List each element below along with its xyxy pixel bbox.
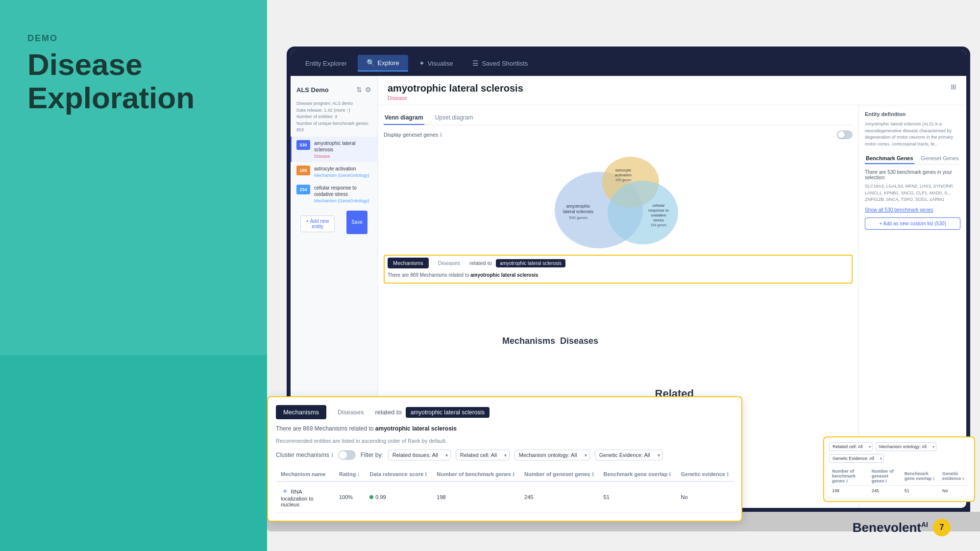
cellular-circle bbox=[608, 181, 678, 244]
sort-icon-rating[interactable]: ↓ bbox=[357, 472, 360, 477]
genetic-filter[interactable]: Genetic Evidence: All bbox=[595, 450, 663, 460]
astrocyte-label: astrocyte bbox=[615, 168, 631, 172]
entity-name-astrocyte: astrocyte activation bbox=[314, 166, 369, 172]
info-icon-relevance[interactable]: ℹ bbox=[425, 472, 427, 477]
related-to-inner: related to bbox=[469, 260, 492, 266]
entity-tag-inner: amyotrophic lateral sclerosis bbox=[496, 259, 565, 267]
venn-diagram-tab[interactable]: Venn diagram bbox=[384, 111, 424, 125]
col-benchmark-genes: Number of benchmark genes ℹ bbox=[432, 467, 519, 481]
show-all-link[interactable]: Show all 530 benchmark genes bbox=[865, 207, 960, 213]
info-line3: Number of entities: 3 bbox=[296, 114, 371, 120]
sidebar-title: ALS Demo bbox=[296, 86, 329, 94]
add-custom-list-button[interactable]: + Add as new custom list (530) bbox=[865, 217, 960, 230]
app-nav: Entity Explorer 🔍 Explore ✦ Visualise ☰ … bbox=[291, 50, 966, 76]
main-header: amyotrophic lateral sclerosis Disease ⊞ bbox=[378, 76, 966, 105]
bottom-callout-wrapper: Mechanisms Diseases related to amyotroph… bbox=[384, 255, 853, 284]
mini-data-table: Number of benchmark genes ℹ Number of ge… bbox=[829, 467, 969, 496]
cellular-label3: oxidative bbox=[651, 213, 666, 217]
explore-label: Explore bbox=[378, 59, 399, 67]
logo-badge: 7 bbox=[933, 519, 951, 536]
mini-row-genetic: No bbox=[939, 486, 969, 496]
info-icon-cluster: ℹ bbox=[331, 452, 333, 458]
entity-item-als[interactable]: 530 amyotrophic lateralsclerosis Disease bbox=[291, 137, 377, 162]
demo-label: DEMO bbox=[27, 33, 58, 44]
info-line2: Data release: 1.42 (more ↑) bbox=[296, 107, 371, 114]
info-icon-benchmark[interactable]: ℹ bbox=[513, 472, 514, 477]
save-button[interactable]: Save bbox=[346, 211, 368, 234]
geneset-genes-tab[interactable]: Geneset Genes bbox=[920, 153, 960, 164]
venn-diagram: amyotrophic lateral sclerosis 530 genes … bbox=[384, 144, 853, 252]
tissue-filter[interactable]: Related tissues: All bbox=[388, 450, 451, 460]
main-subtitle: Disease bbox=[388, 95, 523, 101]
tab-entity-explorer[interactable]: Entity Explorer bbox=[296, 56, 356, 71]
callout-box-inner: Mechanisms Diseases related to amyotroph… bbox=[384, 255, 853, 284]
mini-cell-filter[interactable]: Related cell: All bbox=[829, 442, 873, 451]
col-geneset-genes: Number of geneset genes ℹ bbox=[519, 467, 599, 481]
info-icon-geneset[interactable]: ℹ bbox=[592, 472, 594, 477]
diseases-tab-exp[interactable]: Diseases bbox=[330, 405, 371, 419]
recommended-note: Recommended entities are listed in ascen… bbox=[276, 438, 734, 444]
mini-table-overlay: Related cell: All Mechanism ontology: Al… bbox=[823, 436, 975, 502]
right-panel: Entity Explorer 🔍 Explore ✦ Visualise ☰ … bbox=[267, 0, 980, 551]
entity-item-astrocyte[interactable]: 155 astrocyte activation Mechanism (Gene… bbox=[291, 162, 377, 181]
sort-icon[interactable]: ⇅ bbox=[356, 86, 362, 94]
info-icon-genetic[interactable]: ℹ bbox=[727, 472, 729, 477]
mini-genetic-filter-wrapper: Genetic Evidence: All bbox=[829, 454, 884, 463]
mechanisms-tab-exp[interactable]: Mechanisms bbox=[276, 405, 326, 419]
entity-sub-cellular: Mechanism (GeneOntology) bbox=[314, 198, 369, 203]
cellular-label4: stress bbox=[653, 218, 663, 222]
tissue-filter-wrapper: Related tissues: All bbox=[388, 450, 451, 460]
ontology-filter[interactable]: Mechanism ontology: All bbox=[514, 450, 590, 460]
tab-explore[interactable]: 🔍 Explore bbox=[358, 55, 408, 72]
entity-name-cellular: cellular response tooxidative stress bbox=[314, 185, 369, 197]
exp-tabs: Mechanisms Diseases related to amyotroph… bbox=[276, 405, 734, 419]
mini-col-overlap: Benchmark gene overlap ℹ bbox=[902, 467, 939, 486]
main-data-table: Mechanism name Rating ↓ Data relevance s… bbox=[276, 467, 734, 513]
entity-name-als: amyotrophic lateralsclerosis bbox=[314, 140, 355, 153]
mini-ontology-filter[interactable]: Mechanism ontology: All bbox=[876, 442, 936, 451]
mini-col-benchmark: Number of benchmark genes ℹ bbox=[829, 467, 869, 486]
mini-ontology-filter-wrapper: Mechanism ontology: All bbox=[876, 442, 936, 451]
visualise-icon: ✦ bbox=[419, 59, 425, 67]
benchmark-genes-tab[interactable]: Benchmark Genes bbox=[865, 153, 914, 164]
mini-col-genetic: Genetic evidence ℹ bbox=[939, 467, 969, 486]
col-overlap: Benchmark gene overlap ℹ bbox=[599, 467, 676, 481]
astrocyte-count: 155 genes bbox=[615, 178, 631, 182]
settings-icon[interactable]: ⚙ bbox=[365, 86, 371, 94]
info-icon-display: ℹ bbox=[440, 132, 442, 138]
entity-explorer-label: Entity Explorer bbox=[305, 60, 347, 67]
als-count: 530 genes bbox=[569, 216, 587, 220]
demo-title: Disease Exploration bbox=[27, 48, 195, 115]
visualise-label: Visualise bbox=[428, 60, 453, 67]
geneset-toggle[interactable] bbox=[837, 130, 853, 139]
info-icon-overlap[interactable]: ℹ bbox=[669, 472, 671, 477]
mini-genetic-filter[interactable]: Genetic Evidence: All bbox=[829, 454, 884, 463]
add-entity-button[interactable]: + Add new entity bbox=[300, 216, 335, 232]
sidebar-header: ALS Demo ⇅ ⚙ bbox=[291, 82, 377, 97]
entity-sub-als: Disease bbox=[314, 154, 355, 159]
col-rating: Rating ↓ bbox=[334, 467, 365, 481]
cluster-toggle[interactable] bbox=[338, 450, 356, 460]
col-relevance: Data relevance score ℹ bbox=[365, 467, 432, 481]
tab-saved-shortlists[interactable]: ☰ Saved Shortlists bbox=[464, 55, 537, 71]
demo-title-line1: Disease bbox=[27, 48, 195, 81]
upset-diagram-tab[interactable]: Upset diagram bbox=[434, 111, 474, 125]
logo-ai: AI bbox=[921, 521, 928, 528]
gene-count-text: There are 530 benchmark genes in your se… bbox=[865, 169, 960, 180]
def-title: Entity definition bbox=[865, 111, 960, 117]
entity-item-cellular[interactable]: 234 cellular response tooxidative stress… bbox=[291, 181, 377, 207]
entity-badge-exp: amyotrophic lateral sclerosis bbox=[406, 407, 490, 418]
diseases-tab-inner[interactable]: Diseases bbox=[433, 258, 466, 268]
expand-button[interactable]: + bbox=[281, 487, 289, 496]
mini-table-row: 198 245 51 No bbox=[829, 486, 969, 496]
export-icon[interactable]: ⊞ bbox=[951, 83, 956, 91]
tab-visualise[interactable]: ✦ Visualise bbox=[410, 55, 462, 71]
astrocyte-label2: activation bbox=[615, 173, 632, 177]
left-panel: DEMO Disease Exploration bbox=[0, 0, 267, 551]
saved-label: Saved Shortlists bbox=[482, 60, 528, 67]
mechanisms-tab-inner[interactable]: Mechanisms bbox=[388, 258, 429, 268]
cell-filter-wrapper: Related cell: All bbox=[456, 450, 510, 460]
toggle-thumb bbox=[838, 131, 845, 138]
expanded-table-overlay: Mechanisms Diseases related to amyotroph… bbox=[267, 396, 742, 522]
cell-filter[interactable]: Related cell: All bbox=[456, 450, 510, 460]
